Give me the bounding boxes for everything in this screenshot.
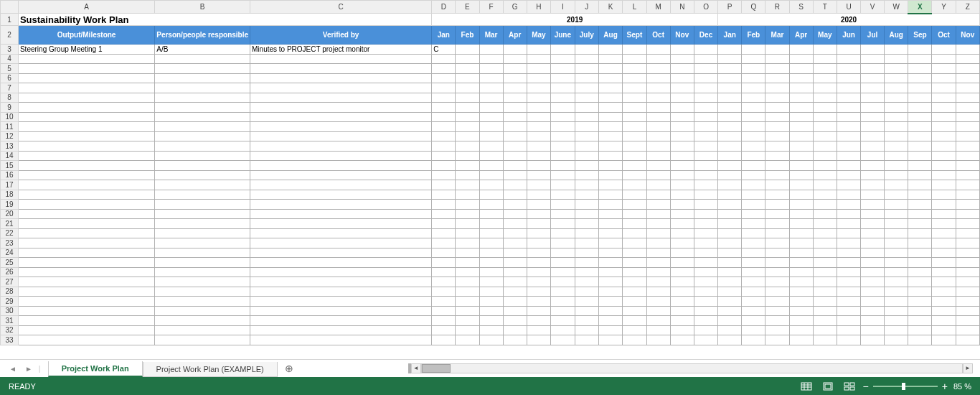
cell[interactable]: [908, 248, 932, 258]
cell[interactable]: [432, 209, 456, 219]
cell[interactable]: [670, 83, 694, 93]
cell[interactable]: [670, 103, 694, 113]
cell-C3[interactable]: Minutes to PROJECT project monitor: [250, 45, 432, 55]
cell[interactable]: [479, 141, 503, 152]
cell[interactable]: [598, 316, 622, 326]
cell[interactable]: [456, 306, 479, 316]
cell[interactable]: [932, 325, 956, 335]
cell[interactable]: [765, 277, 789, 287]
cell[interactable]: [456, 228, 479, 238]
cell[interactable]: [575, 325, 598, 335]
cell[interactable]: [813, 170, 837, 180]
cell[interactable]: [575, 93, 598, 103]
cell[interactable]: [598, 112, 622, 122]
cell[interactable]: [694, 277, 717, 287]
cell[interactable]: [155, 228, 250, 238]
cell[interactable]: [718, 228, 742, 238]
cell[interactable]: [432, 131, 456, 141]
cell[interactable]: [551, 219, 575, 229]
cell[interactable]: [908, 287, 932, 297]
cell[interactable]: [885, 54, 908, 64]
cell[interactable]: [718, 316, 742, 326]
cell[interactable]: [551, 200, 575, 210]
cell[interactable]: [18, 131, 154, 141]
cell[interactable]: [837, 287, 860, 297]
row-header[interactable]: 4: [1, 54, 19, 64]
header-month[interactable]: Nov: [956, 26, 979, 45]
cell[interactable]: [885, 190, 908, 200]
column-header[interactable]: E: [456, 1, 479, 14]
sheet-nav-prev[interactable]: ◄: [7, 365, 19, 373]
cell[interactable]: [646, 228, 670, 238]
cell[interactable]: [623, 131, 646, 141]
row-header[interactable]: 7: [1, 83, 19, 93]
cell[interactable]: [250, 151, 432, 161]
cell[interactable]: [694, 190, 717, 200]
add-sheet-button[interactable]: ⊕: [278, 360, 301, 377]
cell[interactable]: [861, 112, 885, 122]
cell[interactable]: [932, 93, 956, 103]
cell[interactable]: [646, 200, 670, 210]
cell[interactable]: [694, 325, 717, 335]
page-break-view-button[interactable]: [842, 380, 857, 393]
cell[interactable]: [789, 103, 813, 113]
cell[interactable]: [456, 64, 479, 74]
cell[interactable]: [932, 335, 956, 345]
cell[interactable]: [956, 200, 979, 210]
row-header[interactable]: 27: [1, 277, 19, 287]
cell[interactable]: [837, 258, 860, 268]
cell[interactable]: [646, 238, 670, 248]
cell[interactable]: [861, 161, 885, 171]
cell[interactable]: [479, 131, 503, 141]
cell[interactable]: [908, 93, 932, 103]
header-month[interactable]: May: [813, 26, 837, 45]
cell[interactable]: [598, 335, 622, 345]
cell[interactable]: [932, 122, 956, 132]
header-month[interactable]: Apr: [789, 26, 813, 45]
cell[interactable]: [646, 73, 670, 83]
cell[interactable]: [18, 151, 154, 161]
cell[interactable]: [646, 45, 670, 55]
cell[interactable]: [670, 190, 694, 200]
cell[interactable]: [670, 325, 694, 335]
row-header[interactable]: 11: [1, 122, 19, 132]
cell[interactable]: [789, 64, 813, 74]
cell[interactable]: [742, 180, 765, 190]
cell[interactable]: [956, 122, 979, 132]
cell[interactable]: [908, 190, 932, 200]
cell[interactable]: [765, 248, 789, 258]
cell[interactable]: [432, 73, 456, 83]
cell[interactable]: [598, 297, 622, 307]
row-header[interactable]: 24: [1, 248, 19, 258]
cell[interactable]: [861, 131, 885, 141]
cell[interactable]: [456, 141, 479, 152]
cell[interactable]: [861, 219, 885, 229]
cell[interactable]: [694, 93, 717, 103]
cell[interactable]: [432, 297, 456, 307]
cell[interactable]: [789, 335, 813, 345]
cell[interactable]: [718, 141, 742, 152]
scroll-right-arrow[interactable]: ►: [963, 363, 973, 373]
cell[interactable]: [432, 180, 456, 190]
cell[interactable]: [670, 112, 694, 122]
cell[interactable]: [837, 200, 860, 210]
row-header[interactable]: 10: [1, 112, 19, 122]
cell[interactable]: [575, 238, 598, 248]
cell[interactable]: [932, 161, 956, 171]
cell[interactable]: [503, 73, 527, 83]
cell[interactable]: [155, 93, 250, 103]
cell[interactable]: [813, 131, 837, 141]
zoom-level[interactable]: 85 %: [953, 382, 971, 391]
cell[interactable]: [250, 277, 432, 287]
cell[interactable]: [885, 267, 908, 277]
cell[interactable]: [742, 103, 765, 113]
cell[interactable]: [575, 267, 598, 277]
cell[interactable]: [718, 287, 742, 297]
cell[interactable]: [432, 54, 456, 64]
cell[interactable]: [432, 161, 456, 171]
cell[interactable]: [837, 238, 860, 248]
cell[interactable]: [551, 190, 575, 200]
cell[interactable]: [885, 287, 908, 297]
cell[interactable]: [718, 112, 742, 122]
column-header[interactable]: C: [250, 1, 432, 14]
